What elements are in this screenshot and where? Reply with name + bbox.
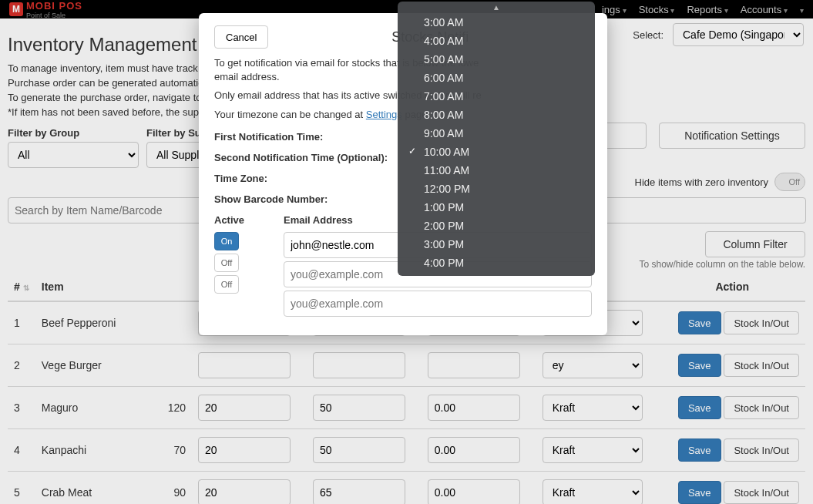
second-time-label: Second Notification Time (Optional): (214, 152, 399, 163)
time-option[interactable]: 3:00 AM (398, 13, 595, 32)
email-input-2[interactable] (284, 291, 592, 317)
time-option[interactable]: 1:00 PM (398, 198, 595, 217)
modal-p1b: email address. (214, 71, 280, 82)
time-option[interactable]: 2:00 PM (398, 217, 595, 235)
time-option[interactable]: 3:00 PM (398, 235, 595, 254)
time-option[interactable]: 7:00 AM (398, 87, 595, 106)
chevron-up-icon[interactable]: ▲ (398, 2, 595, 13)
time-dropdown[interactable]: ▲ 3:00 AM4:00 AM5:00 AM6:00 AM7:00 AM8:0… (398, 2, 595, 276)
time-option[interactable]: 5:00 AM (398, 50, 595, 69)
time-option[interactable]: 11:00 AM (398, 161, 595, 180)
email-active-2[interactable]: Off (214, 275, 239, 294)
barcode-label: Show Barcode Number: (214, 193, 399, 205)
time-option[interactable]: 12:00 PM (398, 180, 595, 198)
active-head: Active (214, 214, 268, 226)
time-option[interactable]: 8:00 AM (398, 106, 595, 124)
email-active-0[interactable]: On (214, 232, 239, 250)
time-option[interactable]: 6:00 AM (398, 69, 595, 87)
first-time-label: First Notification Time: (214, 131, 399, 143)
cancel-button[interactable]: Cancel (214, 25, 268, 49)
time-option[interactable]: 9:00 AM (398, 124, 595, 143)
email-active-1[interactable]: Off (214, 254, 239, 272)
time-option[interactable]: 4:00 PM (398, 254, 595, 272)
tz-label: Time Zone: (214, 173, 399, 184)
time-option[interactable]: 5:00 PM (398, 272, 595, 276)
time-option[interactable]: 4:00 AM (398, 32, 595, 50)
time-option[interactable]: 10:00 AM (398, 143, 595, 161)
settings-link[interactable]: Settings (366, 109, 402, 120)
